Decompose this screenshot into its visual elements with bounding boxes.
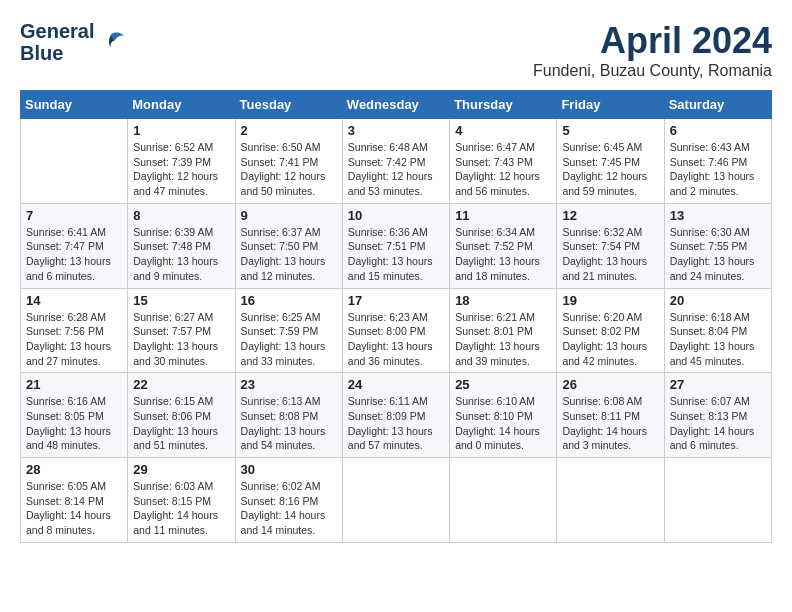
day-info: Sunrise: 6:08 AM Sunset: 8:11 PM Dayligh… [562, 394, 658, 453]
day-info: Sunrise: 6:11 AM Sunset: 8:09 PM Dayligh… [348, 394, 444, 453]
day-number: 24 [348, 377, 444, 392]
calendar-cell [342, 458, 449, 543]
calendar-cell: 21Sunrise: 6:16 AM Sunset: 8:05 PM Dayli… [21, 373, 128, 458]
calendar-cell: 5Sunrise: 6:45 AM Sunset: 7:45 PM Daylig… [557, 119, 664, 204]
logo-text: General Blue [20, 20, 94, 64]
calendar-cell [664, 458, 771, 543]
calendar-cell: 8Sunrise: 6:39 AM Sunset: 7:48 PM Daylig… [128, 203, 235, 288]
day-info: Sunrise: 6:43 AM Sunset: 7:46 PM Dayligh… [670, 140, 766, 199]
day-number: 10 [348, 208, 444, 223]
calendar-cell: 7Sunrise: 6:41 AM Sunset: 7:47 PM Daylig… [21, 203, 128, 288]
week-row-5: 28Sunrise: 6:05 AM Sunset: 8:14 PM Dayli… [21, 458, 772, 543]
calendar-cell: 16Sunrise: 6:25 AM Sunset: 7:59 PM Dayli… [235, 288, 342, 373]
day-number: 2 [241, 123, 337, 138]
day-number: 6 [670, 123, 766, 138]
calendar-cell: 17Sunrise: 6:23 AM Sunset: 8:00 PM Dayli… [342, 288, 449, 373]
day-number: 8 [133, 208, 229, 223]
week-row-4: 21Sunrise: 6:16 AM Sunset: 8:05 PM Dayli… [21, 373, 772, 458]
day-number: 21 [26, 377, 122, 392]
calendar-cell: 23Sunrise: 6:13 AM Sunset: 8:08 PM Dayli… [235, 373, 342, 458]
day-number: 29 [133, 462, 229, 477]
day-number: 15 [133, 293, 229, 308]
day-header-tuesday: Tuesday [235, 91, 342, 119]
calendar-cell: 9Sunrise: 6:37 AM Sunset: 7:50 PM Daylig… [235, 203, 342, 288]
day-info: Sunrise: 6:45 AM Sunset: 7:45 PM Dayligh… [562, 140, 658, 199]
day-info: Sunrise: 6:10 AM Sunset: 8:10 PM Dayligh… [455, 394, 551, 453]
week-row-3: 14Sunrise: 6:28 AM Sunset: 7:56 PM Dayli… [21, 288, 772, 373]
logo: General Blue [20, 20, 126, 64]
day-number: 19 [562, 293, 658, 308]
day-number: 26 [562, 377, 658, 392]
day-info: Sunrise: 6:37 AM Sunset: 7:50 PM Dayligh… [241, 225, 337, 284]
day-number: 22 [133, 377, 229, 392]
day-info: Sunrise: 6:52 AM Sunset: 7:39 PM Dayligh… [133, 140, 229, 199]
day-number: 14 [26, 293, 122, 308]
day-header-thursday: Thursday [450, 91, 557, 119]
calendar-cell: 30Sunrise: 6:02 AM Sunset: 8:16 PM Dayli… [235, 458, 342, 543]
day-header-monday: Monday [128, 91, 235, 119]
day-number: 11 [455, 208, 551, 223]
calendar-cell: 22Sunrise: 6:15 AM Sunset: 8:06 PM Dayli… [128, 373, 235, 458]
day-number: 30 [241, 462, 337, 477]
day-info: Sunrise: 6:16 AM Sunset: 8:05 PM Dayligh… [26, 394, 122, 453]
day-header-saturday: Saturday [664, 91, 771, 119]
calendar-cell [21, 119, 128, 204]
day-number: 5 [562, 123, 658, 138]
day-info: Sunrise: 6:05 AM Sunset: 8:14 PM Dayligh… [26, 479, 122, 538]
week-row-2: 7Sunrise: 6:41 AM Sunset: 7:47 PM Daylig… [21, 203, 772, 288]
day-number: 7 [26, 208, 122, 223]
day-header-friday: Friday [557, 91, 664, 119]
day-number: 17 [348, 293, 444, 308]
calendar-cell: 20Sunrise: 6:18 AM Sunset: 8:04 PM Dayli… [664, 288, 771, 373]
calendar-cell: 11Sunrise: 6:34 AM Sunset: 7:52 PM Dayli… [450, 203, 557, 288]
day-info: Sunrise: 6:30 AM Sunset: 7:55 PM Dayligh… [670, 225, 766, 284]
day-info: Sunrise: 6:02 AM Sunset: 8:16 PM Dayligh… [241, 479, 337, 538]
day-number: 20 [670, 293, 766, 308]
logo-bird-icon [96, 27, 126, 57]
day-info: Sunrise: 6:15 AM Sunset: 8:06 PM Dayligh… [133, 394, 229, 453]
calendar-cell: 14Sunrise: 6:28 AM Sunset: 7:56 PM Dayli… [21, 288, 128, 373]
day-info: Sunrise: 6:28 AM Sunset: 7:56 PM Dayligh… [26, 310, 122, 369]
day-info: Sunrise: 6:25 AM Sunset: 7:59 PM Dayligh… [241, 310, 337, 369]
location: Fundeni, Buzau County, Romania [533, 62, 772, 80]
day-header-sunday: Sunday [21, 91, 128, 119]
day-number: 1 [133, 123, 229, 138]
day-info: Sunrise: 6:23 AM Sunset: 8:00 PM Dayligh… [348, 310, 444, 369]
header-row: SundayMondayTuesdayWednesdayThursdayFrid… [21, 91, 772, 119]
day-info: Sunrise: 6:27 AM Sunset: 7:57 PM Dayligh… [133, 310, 229, 369]
day-number: 12 [562, 208, 658, 223]
day-info: Sunrise: 6:32 AM Sunset: 7:54 PM Dayligh… [562, 225, 658, 284]
day-info: Sunrise: 6:41 AM Sunset: 7:47 PM Dayligh… [26, 225, 122, 284]
calendar-cell: 3Sunrise: 6:48 AM Sunset: 7:42 PM Daylig… [342, 119, 449, 204]
day-number: 16 [241, 293, 337, 308]
day-info: Sunrise: 6:20 AM Sunset: 8:02 PM Dayligh… [562, 310, 658, 369]
calendar-cell: 18Sunrise: 6:21 AM Sunset: 8:01 PM Dayli… [450, 288, 557, 373]
calendar-cell: 4Sunrise: 6:47 AM Sunset: 7:43 PM Daylig… [450, 119, 557, 204]
day-info: Sunrise: 6:03 AM Sunset: 8:15 PM Dayligh… [133, 479, 229, 538]
day-number: 25 [455, 377, 551, 392]
calendar-cell: 19Sunrise: 6:20 AM Sunset: 8:02 PM Dayli… [557, 288, 664, 373]
calendar-cell: 12Sunrise: 6:32 AM Sunset: 7:54 PM Dayli… [557, 203, 664, 288]
day-number: 27 [670, 377, 766, 392]
calendar-cell [557, 458, 664, 543]
calendar-cell: 13Sunrise: 6:30 AM Sunset: 7:55 PM Dayli… [664, 203, 771, 288]
day-info: Sunrise: 6:48 AM Sunset: 7:42 PM Dayligh… [348, 140, 444, 199]
title-block: April 2024 Fundeni, Buzau County, Romani… [533, 20, 772, 80]
calendar-cell [450, 458, 557, 543]
day-header-wednesday: Wednesday [342, 91, 449, 119]
page-header: General Blue April 2024 Fundeni, Buzau C… [20, 20, 772, 80]
day-info: Sunrise: 6:07 AM Sunset: 8:13 PM Dayligh… [670, 394, 766, 453]
day-info: Sunrise: 6:36 AM Sunset: 7:51 PM Dayligh… [348, 225, 444, 284]
day-info: Sunrise: 6:47 AM Sunset: 7:43 PM Dayligh… [455, 140, 551, 199]
day-info: Sunrise: 6:50 AM Sunset: 7:41 PM Dayligh… [241, 140, 337, 199]
calendar-cell: 1Sunrise: 6:52 AM Sunset: 7:39 PM Daylig… [128, 119, 235, 204]
day-number: 23 [241, 377, 337, 392]
day-info: Sunrise: 6:21 AM Sunset: 8:01 PM Dayligh… [455, 310, 551, 369]
calendar-cell: 6Sunrise: 6:43 AM Sunset: 7:46 PM Daylig… [664, 119, 771, 204]
day-number: 18 [455, 293, 551, 308]
calendar-cell: 15Sunrise: 6:27 AM Sunset: 7:57 PM Dayli… [128, 288, 235, 373]
week-row-1: 1Sunrise: 6:52 AM Sunset: 7:39 PM Daylig… [21, 119, 772, 204]
calendar-cell: 28Sunrise: 6:05 AM Sunset: 8:14 PM Dayli… [21, 458, 128, 543]
day-info: Sunrise: 6:18 AM Sunset: 8:04 PM Dayligh… [670, 310, 766, 369]
day-number: 9 [241, 208, 337, 223]
